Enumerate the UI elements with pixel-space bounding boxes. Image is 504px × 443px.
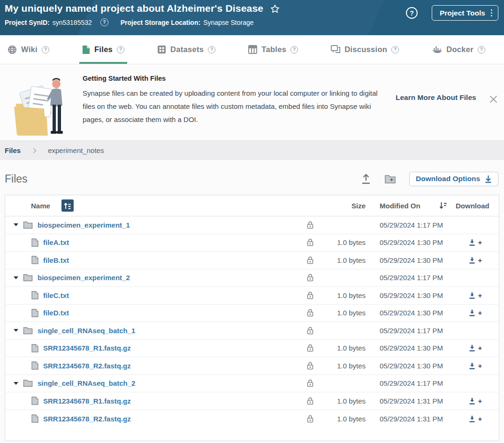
download-file-icon[interactable] bbox=[469, 415, 475, 422]
download-options-button[interactable]: Download Options bbox=[409, 172, 498, 186]
storage-value: Synapse Storage bbox=[203, 19, 253, 26]
collapse-caret-icon[interactable] bbox=[14, 223, 18, 226]
project-tools-button[interactable]: Project Tools bbox=[432, 5, 498, 21]
tab-docker[interactable]: Docker ? bbox=[429, 35, 488, 64]
table-row: SRR12345678_R1.fastq.gz 1.0 bytes 05/29/… bbox=[5, 392, 499, 410]
collapse-caret-icon[interactable] bbox=[14, 276, 18, 279]
add-to-download-list-icon[interactable]: + bbox=[478, 415, 482, 422]
download-file-icon[interactable] bbox=[469, 239, 475, 246]
tab-help-icon[interactable]: ? bbox=[117, 46, 124, 53]
download-file-icon[interactable] bbox=[469, 292, 475, 299]
download-file-icon[interactable] bbox=[469, 309, 475, 316]
modified-on: 05/29/2024 1:17 PM bbox=[367, 274, 452, 282]
tab-help-icon[interactable]: ? bbox=[290, 46, 298, 53]
table-header-row: Name Size Modified On Download bbox=[5, 195, 499, 216]
tab-help-icon[interactable]: ? bbox=[208, 46, 215, 53]
table-row: fileB.txt 1.0 bytes 05/29/2024 1:30 PM + bbox=[5, 252, 499, 269]
sort-name-button[interactable] bbox=[61, 199, 74, 212]
modified-on: 05/29/2024 1:31 PM bbox=[367, 415, 452, 423]
dataset-grid-icon bbox=[157, 45, 166, 54]
add-to-download-list-icon[interactable]: + bbox=[478, 257, 482, 264]
download-file-icon[interactable] bbox=[469, 397, 475, 405]
breadcrumb-current[interactable]: experiment_notes bbox=[48, 146, 104, 154]
file-link[interactable]: fileC.txt bbox=[43, 291, 69, 299]
project-tools-label: Project Tools bbox=[440, 9, 485, 17]
learn-more-link[interactable]: Learn More About Files bbox=[396, 93, 476, 102]
tab-label: Wiki bbox=[21, 45, 38, 54]
globe-icon bbox=[8, 45, 17, 54]
table-row: single_cell_RNAseq_batch_2 05/29/2024 1:… bbox=[5, 375, 499, 393]
help-bubble-icon[interactable]: ? bbox=[406, 7, 418, 19]
collapse-caret-icon[interactable] bbox=[14, 329, 18, 332]
tab-wiki[interactable]: Wiki ? bbox=[5, 35, 52, 64]
synid-label: Project SynID: bbox=[5, 19, 50, 26]
file-link[interactable]: fileA.txt bbox=[43, 238, 69, 246]
table-row: SRR12345678_R1.fastq.gz 1.0 bytes 05/29/… bbox=[5, 340, 499, 358]
sort-modified-icon[interactable] bbox=[439, 202, 447, 209]
modified-on: 05/29/2024 1:17 PM bbox=[367, 327, 452, 335]
tab-discussion[interactable]: Discussion ? bbox=[328, 35, 402, 64]
tab-files[interactable]: Files ? bbox=[79, 35, 127, 64]
favorite-star-icon[interactable] bbox=[270, 4, 280, 14]
breadcrumb: Files experiment_notes bbox=[0, 141, 504, 160]
col-header-name: Name bbox=[31, 202, 50, 210]
tab-tables[interactable]: Tables ? bbox=[245, 35, 301, 64]
entity-icon bbox=[31, 397, 38, 405]
file-size: 1.0 bytes bbox=[321, 291, 367, 299]
file-link[interactable]: SRR12345678_R2.fastq.gz bbox=[43, 362, 131, 370]
files-illustration bbox=[13, 76, 69, 136]
tab-help-icon[interactable]: ? bbox=[391, 46, 399, 53]
chevron-right-icon bbox=[31, 148, 37, 153]
entity-icon bbox=[31, 238, 38, 247]
upload-icon[interactable] bbox=[361, 174, 371, 184]
folder-link[interactable]: biospecimen_experiment_1 bbox=[38, 221, 130, 229]
add-to-download-list-icon[interactable]: + bbox=[478, 362, 482, 369]
tab-datasets[interactable]: Datasets ? bbox=[154, 35, 218, 64]
add-to-download-list-icon[interactable]: + bbox=[478, 309, 482, 316]
modified-on: 05/29/2024 1:30 PM bbox=[367, 238, 452, 246]
table-row: biospecimen_experiment_2 05/29/2024 1:17… bbox=[5, 269, 499, 287]
tab-help-icon[interactable]: ? bbox=[42, 46, 49, 53]
table-row: fileA.txt 1.0 bytes 05/29/2024 1:30 PM + bbox=[5, 234, 499, 252]
banner-body: Synapse files can be created by uploadin… bbox=[83, 87, 390, 126]
files-table: Name Size Modified On Download biospecim… bbox=[5, 195, 499, 441]
download-file-icon[interactable] bbox=[469, 362, 475, 369]
file-link[interactable]: SRR12345678_R2.fastq.gz bbox=[43, 415, 131, 423]
file-link[interactable]: fileB.txt bbox=[43, 256, 69, 264]
file-link[interactable]: SRR12345678_R1.fastq.gz bbox=[43, 344, 131, 352]
download-file-icon[interactable] bbox=[469, 344, 475, 351]
collapse-caret-icon[interactable] bbox=[14, 382, 18, 385]
synid-help-icon[interactable]: ? bbox=[100, 18, 108, 26]
download-file-icon[interactable] bbox=[469, 257, 475, 264]
add-to-download-list-icon[interactable]: + bbox=[478, 239, 482, 246]
folder-link[interactable]: single_cell_RNAseq_batch_1 bbox=[38, 327, 135, 335]
download-options-label: Download Options bbox=[416, 175, 480, 183]
table-row: fileC.txt 1.0 bytes 05/29/2024 1:30 PM + bbox=[5, 287, 499, 305]
file-link[interactable]: fileD.txt bbox=[43, 309, 69, 317]
tab-help-icon[interactable]: ? bbox=[478, 46, 485, 53]
tab-label: Datasets bbox=[170, 45, 204, 54]
col-header-modified: Modified On bbox=[380, 202, 420, 210]
project-header: My uniquely named project about Alzheime… bbox=[0, 0, 504, 35]
add-to-download-list-icon[interactable]: + bbox=[478, 344, 482, 351]
file-link[interactable]: SRR12345678_R1.fastq.gz bbox=[43, 397, 131, 405]
entity-icon bbox=[31, 361, 38, 370]
tab-label: Files bbox=[94, 45, 113, 54]
new-folder-icon[interactable] bbox=[384, 174, 396, 184]
docker-icon bbox=[432, 46, 442, 54]
entity-icon bbox=[23, 274, 33, 282]
table-body: biospecimen_experiment_1 05/29/2024 1:17… bbox=[5, 216, 499, 428]
breadcrumb-root[interactable]: Files bbox=[5, 146, 21, 154]
folder-link[interactable]: biospecimen_experiment_2 bbox=[38, 274, 130, 282]
close-icon[interactable] bbox=[489, 95, 497, 103]
modified-on: 05/29/2024 1:30 PM bbox=[367, 291, 452, 299]
add-to-download-list-icon[interactable]: + bbox=[478, 292, 482, 299]
folder-link[interactable]: single_cell_RNAseq_batch_2 bbox=[38, 379, 135, 387]
add-to-download-list-icon[interactable]: + bbox=[478, 397, 482, 405]
lock-icon bbox=[300, 327, 321, 335]
file-size: 1.0 bytes bbox=[321, 309, 367, 317]
modified-on: 05/29/2024 1:30 PM bbox=[367, 256, 452, 264]
files-section: Files Download Options Name Size bbox=[0, 160, 504, 443]
project-tab-bar: Wiki ? Files ? Datasets ? Tables ? Discu… bbox=[0, 35, 504, 64]
section-title: Files bbox=[5, 173, 28, 185]
